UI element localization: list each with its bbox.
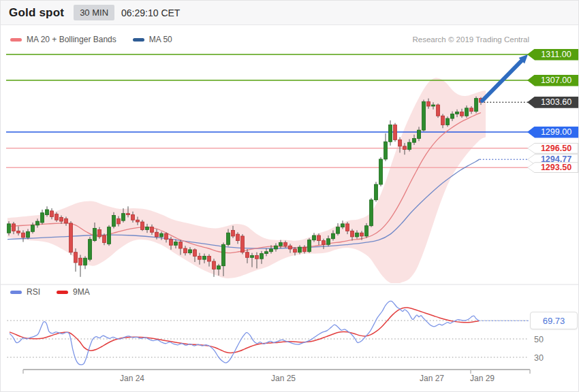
candle [89,240,92,259]
candle [84,258,87,265]
rsi-9ma-swatch-icon [57,291,68,294]
candle [141,222,144,229]
candle [284,242,287,246]
price-tag-1307.00: 1307.00 [527,75,578,86]
candle [437,105,440,116]
price-tag-value: 1293.50 [528,163,578,172]
candle [31,225,35,232]
legend-label: MA 20 + Bollinger Bands [27,35,116,44]
rsi-9ma-line [10,308,479,353]
candle [122,214,125,220]
price-tag-1293.50: 1293.50 [527,162,578,173]
candle [108,227,111,244]
candle [36,221,40,225]
candle [351,231,354,237]
candle [189,250,192,253]
candle [322,241,326,245]
candle [275,246,278,249]
candle [60,217,63,221]
rsi-level-label-50: 50 [534,335,544,344]
research-watermark: Research © 2019 Trading Central [413,35,529,44]
candle [117,218,121,224]
price-tag-1296.50: 1296.50 [527,143,578,154]
trading-central-chart-card: Gold spot 30 MIN 06:29:10 CET MA 20 + Bo… [0,0,579,392]
candle [418,130,421,138]
x-axis-label-jan-24: Jan 24 [120,374,144,383]
candle [303,247,307,252]
chart-canvas [1,1,579,392]
candle [475,99,478,112]
candle [255,255,259,259]
candle [289,246,292,249]
candle [27,231,30,238]
candle [98,229,101,236]
candle [179,242,183,249]
candle [46,210,49,215]
candle [346,224,349,231]
candle [213,261,216,269]
rsi-current-value-tag: 69.73 [530,312,578,329]
ma20-bollinger-swatch-icon [10,38,22,42]
candle [203,256,206,259]
price-tag-1303.60: 1303.60 [527,97,578,108]
candle [232,230,235,236]
x-axis-label-jan-29: Jan 29 [470,374,495,383]
candle [184,248,187,253]
candle [451,114,454,118]
candle [260,254,264,259]
candle [227,233,230,244]
candle [50,211,54,217]
candle [160,233,163,237]
candle [12,224,16,231]
legend-label: RSI [27,287,40,297]
price-tag-value: 1296.50 [528,144,578,153]
legend-item-rsi: RSI [10,287,40,297]
candle [394,125,397,140]
main-chart-legend: MA 20 + Bollinger Bands MA 50 [10,35,189,44]
candle [241,236,245,252]
candle [422,101,426,130]
candle [193,250,197,257]
candle [408,142,411,149]
candle [327,239,330,245]
candle [151,227,154,233]
rsi-line [10,301,479,365]
candle [22,233,25,238]
candle [413,139,416,143]
candle [41,213,44,223]
candle [279,242,283,246]
legend-item-9ma: 9MA [57,287,90,297]
legend-item-ma50: MA 50 [133,35,172,44]
legend-label: MA 50 [149,35,172,44]
candle [174,242,178,246]
candle [294,249,297,252]
candle [337,227,340,234]
candle [146,227,149,230]
candle [217,266,221,270]
rsi-legend: RSI 9MA [10,287,106,297]
candle [308,240,311,252]
candle [313,235,316,240]
legend-item-ma20-bollinger: MA 20 + Bollinger Bands [10,35,116,44]
candle [165,233,168,240]
candle [236,234,240,241]
candle [465,108,469,116]
candle [298,247,302,252]
candle [79,258,82,265]
candle [360,233,364,236]
candle [65,218,68,223]
candle [69,223,73,252]
candle [398,140,402,146]
candle [7,224,11,233]
candle [55,214,59,220]
candle [112,216,116,227]
candle [17,231,20,233]
candle [74,252,78,263]
candle [375,184,378,200]
candle [332,233,335,239]
candle [127,214,130,215]
rsi-swatch-icon [10,291,22,294]
price-tag-1311.00: 1311.00 [527,49,578,61]
candle [93,229,97,241]
candle [170,240,173,246]
